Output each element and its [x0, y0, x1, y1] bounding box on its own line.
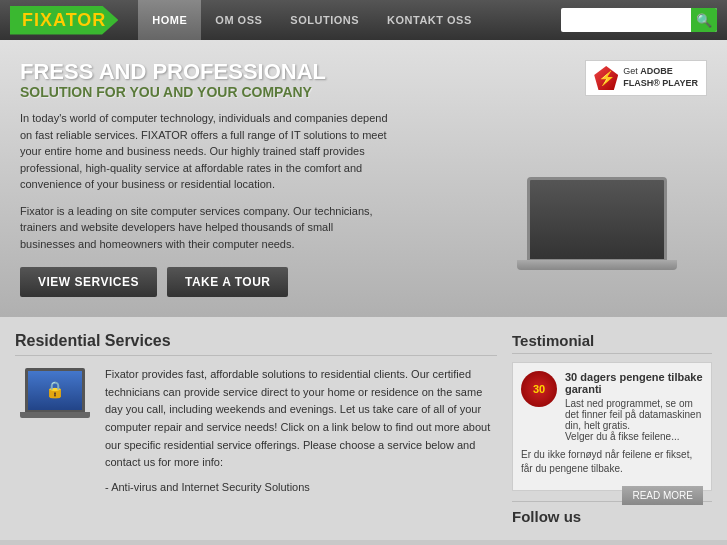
laptop-img: 🔒	[15, 366, 95, 436]
laptop-screen	[527, 177, 667, 262]
testimonial-title: 30 dagers pengene tilbake garanti	[565, 371, 703, 395]
hero-title: FRESS AND PROFESSIONAL	[20, 60, 390, 84]
laptop-illustration	[497, 177, 697, 287]
search-button[interactable]: 🔍	[691, 8, 717, 32]
logo-highlight: OR	[77, 10, 106, 30]
testimonial-section-title: Testimonial	[512, 332, 712, 354]
testimonial-body1: Last ned programmet, se om det finner fe…	[565, 398, 703, 431]
nav-item-home[interactable]: HOME	[138, 0, 201, 40]
navigation: HOME OM OSS SOLUTIONS KONTAKT OSS	[138, 0, 561, 40]
residential-section-title: Residential Services	[15, 332, 497, 356]
hero-left: FRESS AND PROFESSIONAL SOLUTION FOR YOU …	[20, 60, 390, 297]
hero-text-2: Fixator is a leading on site computer se…	[20, 203, 390, 253]
list-item: Anti-virus and Internet Security Solutio…	[105, 480, 497, 494]
testimonial-body: Er du ikke fornøyd når feilene er fikset…	[521, 448, 703, 476]
flash-label: Get ADOBEFLASH® PLAYER	[623, 66, 698, 89]
testimonial-title-block: 30 dagers pengene tilbake garanti Last n…	[565, 371, 703, 442]
flash-badge[interactable]: ⚡ Get ADOBEFLASH® PLAYER	[585, 60, 707, 96]
laptop-base	[517, 260, 677, 270]
logo[interactable]: FIXATOR	[10, 6, 118, 35]
nav-item-solutions[interactable]: SOLUTIONS	[276, 0, 373, 40]
view-services-button[interactable]: VIEW SERVICES	[20, 267, 157, 297]
cta-buttons: VIEW SERVICES TAKE A TOUR	[20, 267, 390, 297]
right-column: Testimonial 30 30 dagers pengene tilbake…	[512, 332, 712, 525]
testimonial-badge: 30	[521, 371, 557, 407]
logo-text: FIXAT	[22, 10, 77, 30]
service-list: Anti-virus and Internet Security Solutio…	[105, 480, 497, 494]
hero-section: FRESS AND PROFESSIONAL SOLUTION FOR YOU …	[0, 40, 727, 317]
laptop-mini-base	[20, 412, 90, 418]
testimonial-box: 30 30 dagers pengene tilbake garanti Las…	[512, 362, 712, 491]
take-tour-button[interactable]: TAKE A TOUR	[167, 267, 289, 297]
content-area: Residential Services 🔒 Fixator provides …	[0, 317, 727, 540]
testimonial-body2: Velger du å fikse feilene...	[565, 431, 703, 442]
flash-icon: ⚡	[594, 66, 618, 90]
testimonial-header: 30 30 dagers pengene tilbake garanti Las…	[521, 371, 703, 442]
hero-subtitle: SOLUTION FOR YOU AND YOUR COMPANY	[20, 84, 390, 100]
read-more-button[interactable]: READ MORE	[622, 486, 703, 505]
nav-item-kontakt[interactable]: KONTAKT OSS	[373, 0, 486, 40]
hero-right: ⚡ Get ADOBEFLASH® PLAYER	[585, 60, 707, 96]
search-container: 🔍	[561, 8, 717, 32]
residential-content: 🔒 Fixator provides fast, affordable solu…	[15, 366, 497, 494]
header: FIXATOR HOME OM OSS SOLUTIONS KONTAKT OS…	[0, 0, 727, 40]
residential-text: Fixator provides fast, affordable soluti…	[105, 366, 497, 472]
nav-item-om-oss[interactable]: OM OSS	[201, 0, 276, 40]
search-input[interactable]	[561, 12, 691, 28]
left-column: Residential Services 🔒 Fixator provides …	[15, 332, 497, 525]
hero-text-1: In today's world of computer technology,…	[20, 110, 390, 193]
lock-icon: 🔒	[45, 380, 65, 399]
residential-text-block: Fixator provides fast, affordable soluti…	[105, 366, 497, 494]
